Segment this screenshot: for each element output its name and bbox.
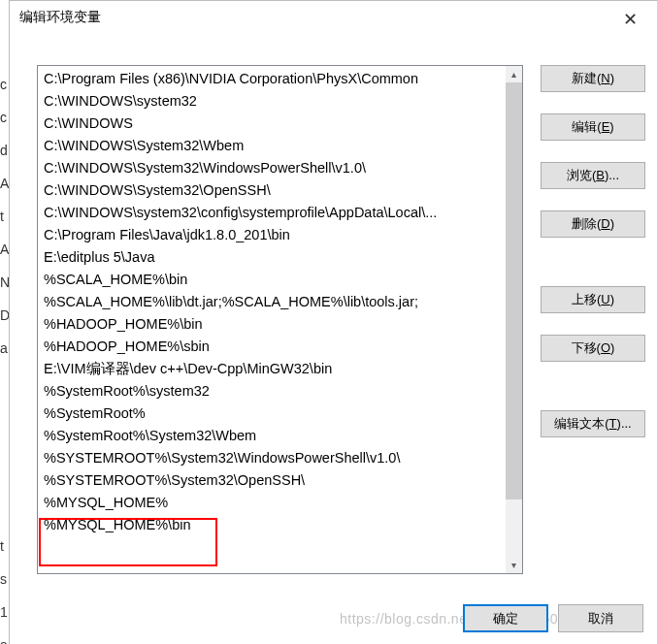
list-item[interactable]: E:\VIM编译器\dev c++\Dev-Cpp\MinGW32\bin: [42, 358, 506, 380]
ok-button[interactable]: 确定: [463, 604, 548, 632]
edit-text-button[interactable]: 编辑文本(T)...: [541, 410, 645, 437]
list-item[interactable]: C:\Program Files (x86)\NVIDIA Corporatio…: [42, 68, 506, 90]
dialog-title: 编辑环境变量: [19, 9, 101, 26]
list-item[interactable]: C:\WINDOWS\system32: [42, 90, 506, 113]
cancel-button[interactable]: 取消: [558, 604, 643, 632]
dialog-footer: 确定 取消: [37, 604, 643, 632]
move-up-button[interactable]: 上移(U): [541, 286, 645, 313]
list-item[interactable]: %SYSTEMROOT%\System32\WindowsPowerShell\…: [42, 447, 506, 469]
dialog-titlebar: 编辑环境变量 ✕: [10, 1, 657, 36]
scroll-up-icon[interactable]: ▴: [506, 66, 522, 82]
list-item[interactable]: %MYSQL_HOME%\bin: [42, 514, 506, 536]
list-item[interactable]: C:\WINDOWS: [42, 113, 506, 135]
path-listbox[interactable]: C:\Program Files (x86)\NVIDIA Corporatio…: [37, 65, 523, 574]
list-item[interactable]: C:\WINDOWS\System32\Wbem: [42, 135, 506, 157]
list-item[interactable]: %SystemRoot%\System32\Wbem: [42, 425, 506, 447]
background-window-edge: c c d A t A N D a t s 1 a s a: [0, 68, 9, 644]
move-down-button[interactable]: 下移(O): [541, 335, 645, 362]
list-item[interactable]: %HADOOP_HOME%\sbin: [42, 336, 506, 358]
list-item[interactable]: %SCALA_HOME%\lib\dt.jar;%SCALA_HOME%\lib…: [42, 291, 506, 313]
edit-button[interactable]: 编辑(E): [541, 113, 645, 141]
close-icon[interactable]: ✕: [617, 9, 643, 30]
list-item[interactable]: %SystemRoot%\system32: [42, 380, 506, 402]
path-list-content: C:\Program Files (x86)\NVIDIA Corporatio…: [38, 66, 506, 536]
side-buttons: 新建(N) 编辑(E) 浏览(B)... 删除(D) 上移(U) 下移(O) 编…: [541, 65, 645, 574]
list-item[interactable]: %SystemRoot%: [42, 402, 506, 425]
scrollbar[interactable]: ▴ ▾: [506, 66, 522, 573]
list-item[interactable]: C:\WINDOWS\system32\config\systemprofile…: [42, 202, 506, 224]
list-item[interactable]: %MYSQL_HOME%: [42, 492, 506, 514]
list-item[interactable]: %SYSTEMROOT%\System32\OpenSSH\: [42, 469, 506, 492]
scrollbar-track[interactable]: [506, 82, 522, 557]
list-item[interactable]: E:\editplus 5\Java: [42, 246, 506, 269]
delete-button[interactable]: 删除(D): [541, 210, 645, 238]
list-item[interactable]: C:\WINDOWS\System32\WindowsPowerShell\v1…: [42, 157, 506, 179]
new-button[interactable]: 新建(N): [541, 65, 645, 92]
list-item[interactable]: %SCALA_HOME%\bin: [42, 269, 506, 291]
list-item[interactable]: %HADOOP_HOME%\bin: [42, 313, 506, 336]
list-item[interactable]: C:\Program Files\Java\jdk1.8.0_201\bin: [42, 224, 506, 246]
browse-button[interactable]: 浏览(B)...: [541, 162, 645, 189]
scroll-down-icon[interactable]: ▾: [506, 557, 522, 573]
edit-env-var-dialog: 编辑环境变量 ✕ C:\Program Files (x86)\NVIDIA C…: [9, 0, 657, 644]
scrollbar-thumb[interactable]: [506, 82, 522, 499]
list-item[interactable]: C:\WINDOWS\System32\OpenSSH\: [42, 179, 506, 202]
